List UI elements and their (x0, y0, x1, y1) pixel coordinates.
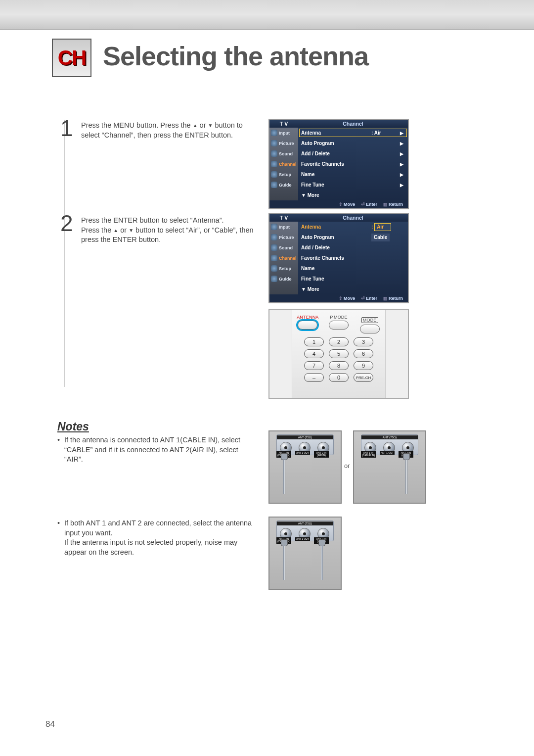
osd-channel-label: Channel (298, 121, 408, 127)
remote-key-3: 3 (354, 337, 373, 346)
note-1: • If the antenna is connected to ANT 1(C… (57, 435, 255, 465)
page-title: Selecting the antenna (103, 41, 368, 71)
up-triangle-icon: ▲ (113, 227, 118, 234)
remote-key-5: 5 (329, 349, 349, 358)
remote-key-7: 7 (304, 361, 324, 370)
remote-keypad: 1 2 3 4 5 6 7 8 9 – 0 PRE-CH (292, 337, 385, 382)
step-1-number: 1 (60, 113, 73, 143)
step-1: 1 Press the MENU button. Press the ▲ or … (64, 121, 262, 140)
or-label: or (344, 462, 350, 470)
note-2-text: If both ANT 1 and ANT 2 are connected, s… (57, 519, 255, 557)
remote-mode-button (360, 325, 380, 333)
remote-key-0: 0 (329, 373, 349, 382)
antenna-diagram-both: ANT (75Ω) ANT 1 IN (CABLE IN) ANT 1 OUT … (268, 517, 342, 590)
remote-mode-label: MODE (361, 317, 378, 323)
osd-side-channel: Channel (279, 162, 297, 167)
osd-option-air: Air (374, 223, 391, 231)
osd-foot-enter: Enter (366, 202, 377, 207)
remote-illustration: ANTENNA P.MODE MODE 1 2 3 4 5 6 7 8 9 – … (268, 309, 409, 399)
remote-antenna-button (298, 321, 317, 330)
remote-pmode-button (329, 321, 349, 330)
step-2-text: Press the ENTER button to select “Antenn… (64, 216, 262, 245)
osd-side-sound: Sound (279, 151, 293, 156)
antenna-diagram-air-in: ANT (75Ω) ANT 1 IN (CABLE IN) ANT 1 OUT … (353, 430, 426, 504)
top-gradient-bar (0, 0, 534, 30)
step-2-number: 2 (60, 208, 73, 238)
remote-key-4: 4 (304, 349, 324, 358)
osd-sidebar: Input Picture Sound Channel Setup Guide (269, 128, 298, 200)
remote-key-dash: – (304, 373, 324, 382)
osd-sidebar: Input Picture Sound Channel Setup Guide (269, 222, 298, 294)
remote-antenna-label: ANTENNA (295, 315, 320, 320)
remote-key-8: 8 (329, 361, 349, 370)
note-1-text: If the antenna is connected to ANT 1(CAB… (57, 435, 255, 465)
step-2: 2 Press the ENTER button to select “Ante… (64, 216, 262, 245)
osd-side-setup: Setup (279, 172, 291, 177)
osd-option-cable: Cable (371, 234, 390, 241)
osd-main-list: Antenna: Air▶ Auto Program▶ Add / Delete… (298, 128, 408, 200)
notes-heading: Notes (57, 420, 89, 433)
page-number: 84 (45, 719, 55, 729)
remote-key-9: 9 (354, 361, 373, 370)
osd-tv-label: T V (269, 121, 298, 127)
remote-pmode-label: P.MODE (326, 315, 351, 320)
down-triangle-icon: ▼ (208, 122, 213, 129)
osd-side-picture: Picture (279, 141, 294, 146)
down-triangle-icon: ▼ (129, 227, 134, 234)
left-rule (64, 120, 65, 387)
remote-key-6: 6 (354, 349, 373, 358)
remote-key-2: 2 (329, 337, 349, 346)
osd-foot-move: Move (344, 202, 355, 207)
osd-foot-return: Return (389, 202, 403, 207)
step-1-text: Press the MENU button. Press the ▲ or ▼ … (64, 121, 262, 140)
note-2: • If both ANT 1 and ANT 2 are connected,… (57, 519, 255, 557)
osd-menu-1: T V Channel Input Picture Sound Channel … (268, 119, 409, 209)
antenna-diagram-cable-in: ANT (75Ω) ANT 1 IN (CABLE IN) ANT 1 OUT … (268, 430, 342, 504)
remote-key-prech: PRE-CH (354, 373, 373, 382)
ch-badge-text: CH (58, 46, 86, 70)
osd-side-input: Input (279, 131, 290, 136)
osd-side-guide: Guide (279, 183, 292, 188)
ch-badge: CH (52, 39, 91, 77)
remote-key-1: 1 (304, 337, 324, 346)
up-triangle-icon: ▲ (193, 122, 198, 129)
osd-menu-2: T V Channel Input Picture Sound Channel … (268, 213, 409, 303)
